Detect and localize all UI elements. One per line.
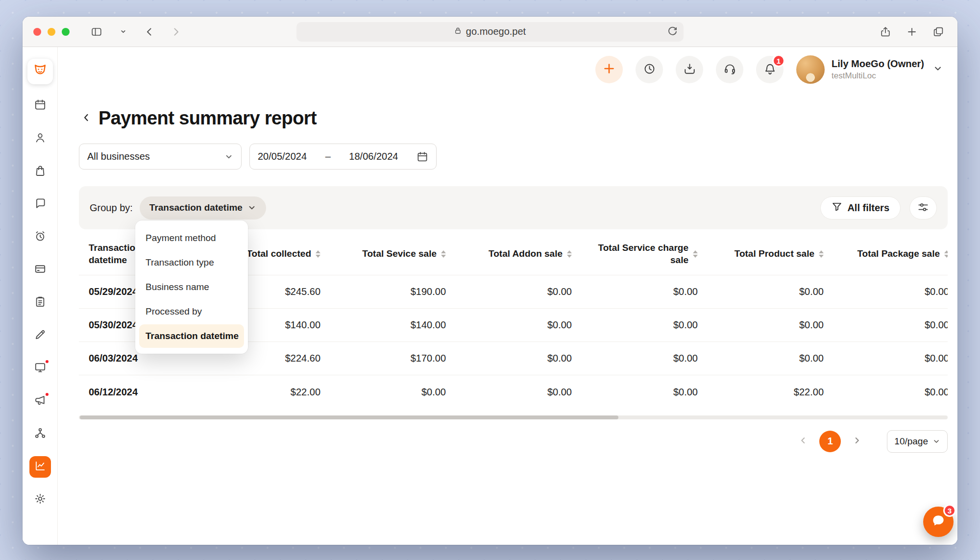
- moego-logo[interactable]: [27, 59, 53, 84]
- messenger-launcher-button[interactable]: 3: [923, 507, 954, 537]
- sidebar-item-alarm[interactable]: [29, 226, 51, 248]
- calendar-icon: [416, 151, 428, 163]
- close-window-button[interactable]: [33, 28, 41, 36]
- create-new-button[interactable]: [595, 56, 623, 83]
- column-header-label: Total Addon sale: [489, 248, 563, 260]
- user-menu[interactable]: Lily MoeGo (Owner) testMultiLoc: [796, 55, 943, 84]
- tab-overview-button[interactable]: [930, 24, 947, 40]
- clients-icon: [34, 131, 47, 146]
- app-shell: 1 Lily MoeGo (Owner) testMultiLoc: [23, 47, 957, 545]
- inbox-button[interactable]: [676, 56, 703, 83]
- plus-icon: [602, 61, 616, 78]
- group-by-option[interactable]: Transaction type: [139, 251, 244, 274]
- cell-amount: $0.00: [572, 309, 698, 342]
- previous-page-button[interactable]: [796, 434, 810, 449]
- sidebar-item-clipboard[interactable]: [29, 292, 51, 314]
- url-bar[interactable]: go.moego.pet: [296, 22, 684, 42]
- sidebar-item-clients[interactable]: [29, 128, 51, 149]
- cell-amount: $22.00: [177, 375, 320, 409]
- tab-group-chevron-button[interactable]: [115, 24, 131, 40]
- chevron-down-icon: [932, 438, 940, 445]
- user-organization: testMultiLoc: [832, 71, 924, 81]
- bag-icon: [34, 164, 47, 179]
- history-button[interactable]: [636, 56, 663, 83]
- sidebar-toggle-icon: [91, 26, 102, 38]
- next-page-button[interactable]: [850, 434, 864, 449]
- clock-icon: [643, 62, 656, 77]
- business-filter-select[interactable]: All businesses: [79, 144, 242, 170]
- group-by-option[interactable]: Processed by: [139, 300, 244, 323]
- title-row: Payment summary report: [79, 108, 948, 129]
- back-to-reports-button[interactable]: [79, 110, 94, 127]
- user-name: Lily MoeGo (Owner): [832, 58, 924, 70]
- support-button[interactable]: [716, 56, 743, 83]
- sidebar-toggle-button[interactable]: [88, 24, 105, 40]
- sidebar-item-pen[interactable]: [29, 325, 51, 346]
- page-title: Payment summary report: [98, 108, 317, 129]
- group-by-option[interactable]: Business name: [139, 275, 244, 299]
- sidebar-item-chart[interactable]: [29, 456, 51, 478]
- sort-icon[interactable]: [819, 250, 824, 258]
- sort-icon[interactable]: [693, 250, 698, 258]
- date-from: 20/05/2024: [258, 151, 307, 162]
- column-settings-button[interactable]: [909, 196, 937, 219]
- reload-icon[interactable]: [666, 25, 679, 40]
- sidebar-item-megaphone[interactable]: [29, 390, 51, 412]
- cell-amount: $0.00: [572, 275, 698, 309]
- desktop-background: go.moego.pet: [0, 0, 980, 560]
- cell-amount: $0.00: [446, 375, 572, 409]
- sidebar-item-calendar[interactable]: [29, 95, 51, 117]
- sliders-icon: [917, 201, 929, 215]
- column-header[interactable]: Total Sevice sale: [320, 229, 446, 275]
- chevron-down-icon: [120, 28, 126, 35]
- sidebar-item-monitor[interactable]: [29, 358, 51, 379]
- minimize-window-button[interactable]: [48, 28, 55, 36]
- new-tab-button[interactable]: [904, 24, 920, 40]
- group-by-select[interactable]: Transaction datetime: [140, 196, 266, 219]
- sidebar-item-gear[interactable]: [29, 489, 51, 511]
- sidebar-item-card[interactable]: [29, 259, 51, 281]
- column-header[interactable]: Total Package sale: [824, 229, 948, 275]
- user-avatar: [796, 55, 825, 84]
- megaphone-icon: [34, 394, 47, 409]
- sidebar-item-bag[interactable]: [29, 161, 51, 182]
- forward-button[interactable]: [168, 24, 184, 40]
- chevron-left-icon: [144, 26, 155, 38]
- sidebar-item-network[interactable]: [29, 423, 51, 445]
- current-page-button[interactable]: 1: [819, 431, 841, 452]
- zoom-window-button[interactable]: [62, 28, 70, 36]
- scrollbar-thumb[interactable]: [80, 415, 618, 419]
- share-button[interactable]: [877, 24, 894, 40]
- column-header[interactable]: Total Addon sale: [446, 229, 572, 275]
- app-main: 1 Lily MoeGo (Owner) testMultiLoc: [58, 47, 957, 545]
- group-by-option[interactable]: Payment method: [139, 226, 244, 250]
- column-header-label: Total Product sale: [735, 248, 814, 260]
- all-filters-button[interactable]: All filters: [820, 196, 901, 219]
- sidebar-item-chat[interactable]: [29, 194, 51, 215]
- cell-amount: $170.00: [320, 342, 446, 375]
- column-header-label: Total collected: [246, 248, 311, 260]
- back-button[interactable]: [141, 24, 158, 40]
- page-size-select[interactable]: 10/page: [887, 430, 948, 453]
- card-icon: [34, 263, 47, 277]
- table-row[interactable]: 06/12/2024$22.00$0.00$0.00$0.00$22.00$0.…: [79, 375, 948, 409]
- notification-dot: [45, 392, 49, 397]
- column-header[interactable]: Total Product sale: [698, 229, 824, 275]
- group-by-panel: Group by: Transaction datetime All filte…: [79, 186, 948, 229]
- cell-amount: $0.00: [698, 275, 824, 309]
- notifications-button[interactable]: 1: [756, 56, 784, 83]
- sort-icon[interactable]: [944, 250, 948, 258]
- app-header: 1 Lily MoeGo (Owner) testMultiLoc: [58, 47, 957, 92]
- cell-amount: $0.00: [572, 342, 698, 375]
- pen-icon: [34, 328, 47, 343]
- cell-amount: $0.00: [446, 275, 572, 309]
- calendar-icon: [34, 98, 47, 113]
- group-by-option[interactable]: Transaction datetime: [139, 324, 244, 348]
- horizontal-scrollbar[interactable]: [79, 415, 948, 419]
- sort-icon[interactable]: [567, 250, 572, 258]
- sort-icon[interactable]: [316, 250, 320, 258]
- date-range-picker[interactable]: 20/05/2024 – 18/06/2024: [249, 144, 437, 170]
- column-header[interactable]: Total Service charge sale: [572, 229, 698, 275]
- tabs-icon: [932, 26, 944, 38]
- sort-icon[interactable]: [441, 250, 446, 258]
